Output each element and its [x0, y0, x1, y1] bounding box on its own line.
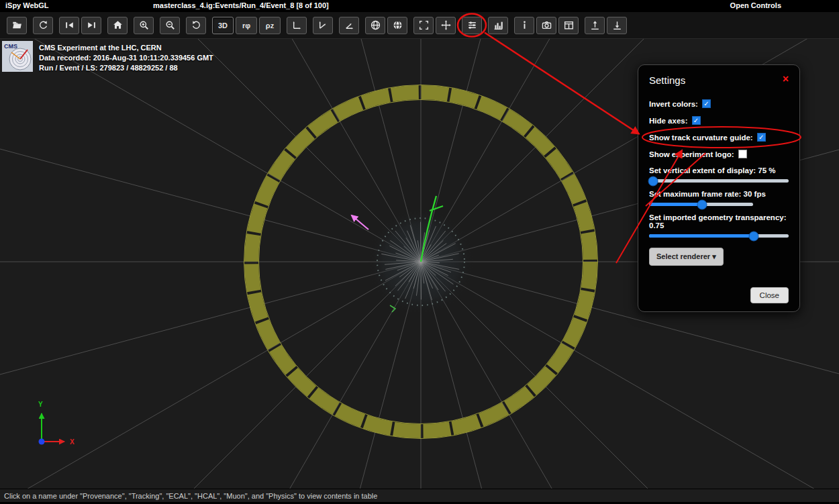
settings-panel: Settings × Invert colors: Hide axes: Sho… [638, 64, 800, 312]
view-rphi-button[interactable]: rφ [236, 17, 257, 34]
skip-next-icon [86, 19, 97, 31]
z-axis-dot [39, 439, 45, 445]
camera-icon [541, 19, 552, 31]
show-track-curvature-guide-checkbox[interactable] [757, 133, 766, 142]
sliders-icon [466, 19, 478, 31]
solid-globe-button[interactable] [387, 17, 407, 34]
zoom-out-button[interactable] [160, 17, 180, 34]
event-info-line3: Run / Event / LS: 279823 / 48829252 / 88 [39, 63, 213, 73]
axis-xy-icon [291, 19, 303, 31]
show-experiment-logo-checkbox[interactable] [738, 150, 747, 158]
folder-open-icon [11, 19, 23, 31]
open-file-button[interactable] [7, 17, 27, 34]
green-track-tick [430, 206, 443, 211]
axis-view-xy-button[interactable] [287, 17, 307, 34]
view-3d-button[interactable]: 3D [212, 17, 234, 34]
axis-gizmo: Y X [38, 401, 75, 446]
event-path-title: masterclass_4.ig:Events/Run_4/Event_8 [8… [153, 1, 329, 9]
download-icon [611, 19, 623, 31]
event-info-line2: Data recorded: 2016-Aug-31 10:11:20.3394… [39, 53, 213, 63]
geometry-transparency-slider[interactable] [649, 234, 789, 238]
max-frame-rate-slider-thumb[interactable] [697, 199, 707, 209]
event-info-line1: CMS Experiment at the LHC, CERN [39, 43, 213, 53]
setting-invert-colors: Invert colors: [649, 99, 789, 108]
home-icon [112, 19, 124, 31]
setting-vertical-extent: Set vertical extent of display: 75 % [649, 166, 789, 183]
table-icon [563, 19, 575, 31]
histogram-button[interactable] [488, 17, 508, 34]
reload-icon [38, 19, 49, 31]
axis-view-xz-button[interactable] [313, 17, 333, 34]
settings-button[interactable] [462, 17, 482, 34]
open-controls-link[interactable]: Open Controls [730, 1, 781, 9]
next-event-button[interactable] [81, 17, 101, 34]
invert-colors-checkbox[interactable] [702, 99, 711, 108]
download-button[interactable] [607, 17, 627, 34]
cms-logo-text: CMS [4, 43, 17, 50]
globe-wire-icon [370, 19, 381, 31]
caret-down-icon: ▾ [712, 252, 716, 260]
table-view-button[interactable] [558, 17, 579, 34]
fullscreen-button[interactable] [413, 17, 434, 34]
vertical-extent-slider-thumb[interactable] [648, 176, 658, 186]
status-bar: Click on a name under "Provenance", "Tra… [0, 489, 839, 502]
expand-icon [418, 19, 430, 31]
upload-button[interactable] [585, 17, 605, 34]
event-info-overlay: CMS Experiment at the LHC, CERN Data rec… [39, 43, 213, 73]
status-message: Click on a name under "Provenance", "Tra… [4, 492, 377, 500]
muon-arrow[interactable] [352, 215, 368, 230]
skip-previous-icon [64, 19, 75, 31]
vertical-extent-slider[interactable] [649, 179, 789, 183]
setting-show-experiment-logo: Show experiment logo: [649, 150, 789, 158]
histogram-icon [493, 19, 504, 31]
cms-logo: CMS [2, 41, 33, 72]
vertical-extent-label: Set vertical extent of display: 75 % [649, 166, 789, 174]
max-frame-rate-label: Set maximum frame rate: 30 fps [649, 190, 789, 198]
select-renderer-dropdown[interactable]: Select renderer ▾ [649, 248, 724, 266]
hide-axes-label: Hide axes: [649, 117, 688, 125]
axis-xz-icon [317, 19, 329, 31]
geometry-transparency-slider-thumb[interactable] [749, 231, 759, 241]
x-axis-label: X [70, 438, 75, 446]
reload-event-button[interactable] [33, 17, 53, 34]
view-rhoz-button[interactable]: ρz [259, 17, 281, 34]
info-button[interactable] [514, 17, 534, 34]
settings-close-x[interactable]: × [783, 74, 789, 84]
previous-event-button[interactable] [59, 17, 79, 34]
show-experiment-logo-label: Show experiment logo: [649, 150, 734, 158]
hide-axes-checkbox[interactable] [692, 116, 701, 125]
y-axis-label: Y [38, 401, 43, 408]
info-icon [519, 19, 530, 31]
screenshot-button[interactable] [536, 17, 556, 34]
invert-colors-label: Invert colors: [649, 100, 698, 108]
settings-panel-title: Settings [649, 74, 685, 86]
pan-mode-button[interactable] [436, 17, 456, 34]
axis-yz-icon [344, 19, 355, 31]
globe-solid-icon [392, 19, 403, 31]
show-track-curvature-guide-label: Show track curvature guide: [649, 134, 753, 142]
zoom-in-icon [138, 19, 150, 31]
undo-rotate-icon [191, 19, 202, 31]
max-frame-rate-slider[interactable] [649, 203, 753, 206]
home-view-button[interactable] [107, 17, 128, 34]
setting-max-frame-rate: Set maximum frame rate: 30 fps [649, 190, 789, 206]
reset-rotation-button[interactable] [186, 17, 206, 34]
app-title: iSpy WebGL [5, 1, 49, 9]
geometry-transparency-label: Set imported geometry transparency: 0.75 [649, 213, 789, 230]
wireframe-globe-button[interactable] [365, 17, 385, 34]
settings-close-button[interactable]: Close [750, 287, 789, 303]
top-bar: iSpy WebGL masterclass_4.ig:Events/Run_4… [0, 0, 839, 12]
upload-icon [589, 19, 601, 31]
zoom-out-icon [164, 19, 176, 31]
setting-geometry-transparency: Set imported geometry transparency: 0.75 [649, 213, 789, 238]
move-icon [440, 19, 452, 31]
select-renderer-label: Select renderer [656, 252, 710, 260]
setting-hide-axes: Hide axes: [649, 116, 789, 125]
zoom-in-button[interactable] [134, 17, 154, 34]
setting-show-track-curvature-guide: Show track curvature guide: [649, 133, 789, 142]
ispy-webgl-app: Y X iSpy WebGL masterclass_4.ig:Events/R… [0, 0, 839, 504]
axis-view-yz-button[interactable] [339, 17, 359, 34]
toolbar: 3D rφ ρz [0, 12, 839, 39]
